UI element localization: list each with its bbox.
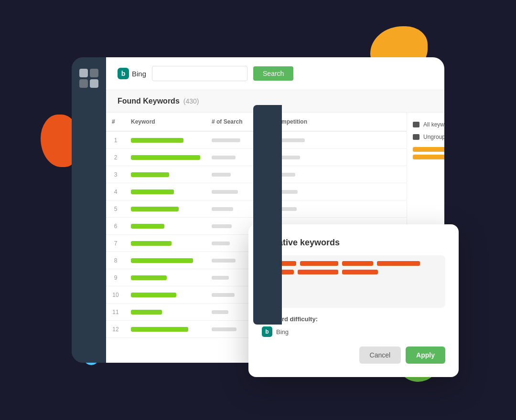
bing-logo: b Bing <box>118 68 146 79</box>
keyword-bar-cell <box>125 224 206 229</box>
modal-title: Negative keywords <box>262 238 445 248</box>
nk-row-1 <box>268 261 440 266</box>
keyword-bar-cell <box>125 207 206 211</box>
keyword-bar <box>131 207 179 211</box>
dark-connector <box>253 105 282 325</box>
search-bar <box>212 173 231 177</box>
keywords-title: Found Keywords <box>118 97 180 105</box>
col-extra <box>330 116 407 127</box>
row-num: 11 <box>106 309 125 315</box>
keyword-bar-cell <box>125 293 206 297</box>
nk-chip <box>298 270 338 274</box>
keyword-bar-cell <box>125 258 206 263</box>
row-num: 5 <box>106 206 125 212</box>
panel-item-ungrouped[interactable]: Ungrouped <box>413 131 444 143</box>
search-bar <box>212 259 236 262</box>
search-bar <box>212 242 230 245</box>
difficulty-label: Keyword difficulty: <box>262 315 445 323</box>
nk-row-2 <box>268 270 440 274</box>
row-num: 4 <box>106 189 125 195</box>
modal-bing-icon: b <box>262 326 272 337</box>
bing-icon: b <box>118 68 129 79</box>
logo-cell-4 <box>90 79 98 88</box>
header: b Bing Search <box>106 57 444 90</box>
cancel-button[interactable]: Cancel <box>359 346 401 364</box>
keyword-bar <box>131 293 176 297</box>
logo-cell-1 <box>79 69 88 77</box>
search-bar <box>212 327 236 331</box>
row-num: 10 <box>106 292 125 298</box>
keyword-bar-cell <box>125 310 206 315</box>
negative-keywords-area[interactable] <box>262 255 445 308</box>
difficulty-bing-row: b Bing <box>262 326 445 337</box>
row-num: 2 <box>106 154 125 161</box>
nk-chip <box>342 261 373 266</box>
logo-cell-3 <box>79 79 88 88</box>
search-input[interactable] <box>152 66 247 81</box>
col-num: # <box>106 116 125 127</box>
keyword-bar <box>131 138 183 143</box>
row-num: 6 <box>106 223 125 230</box>
search-bar <box>212 310 228 314</box>
search-bar <box>212 276 229 280</box>
logo-cell-2 <box>90 69 98 77</box>
search-button[interactable]: Search <box>253 66 293 81</box>
keyword-bar-cell <box>125 138 206 143</box>
row-num: 12 <box>106 326 125 333</box>
row-num: 7 <box>106 240 125 247</box>
folder-icon-ungrouped <box>413 134 419 140</box>
keyword-bar-cell <box>125 241 206 246</box>
nk-chip <box>377 261 420 266</box>
search-bar <box>212 190 238 194</box>
panel-label-all: All keywords <box>423 121 444 128</box>
keyword-bar <box>131 172 169 177</box>
search-bar <box>212 293 235 297</box>
modal-bing-label: Bing <box>276 328 289 336</box>
keyword-bar <box>131 310 162 315</box>
main-card: b Bing Search Found Keywords (430) # <box>72 57 444 363</box>
folder-icon-all <box>413 122 419 127</box>
orange-bar-2 <box>413 155 444 159</box>
search-bar <box>212 224 232 228</box>
apply-button[interactable]: Apply <box>406 346 445 364</box>
row-num: 3 <box>106 171 125 178</box>
search-bar <box>212 207 233 211</box>
row-num: 1 <box>106 137 125 144</box>
panel-item-all[interactable]: All keywords <box>413 118 444 131</box>
row-num: 9 <box>106 274 125 281</box>
keyword-bar <box>131 224 164 229</box>
keyword-bar <box>131 275 167 280</box>
keywords-count: (430) <box>183 97 199 105</box>
sidebar <box>72 57 106 363</box>
col-keyword: Keyword <box>125 116 206 127</box>
app-logo <box>79 69 98 88</box>
keyword-bar <box>131 241 172 246</box>
orange-bar-1 <box>413 147 444 152</box>
keyword-bar-cell <box>125 155 206 160</box>
modal-buttons: Cancel Apply <box>262 346 445 364</box>
keyword-bar <box>131 155 200 160</box>
keyword-bar <box>131 258 193 263</box>
keyword-bar-cell <box>125 327 206 332</box>
search-bar <box>212 156 236 159</box>
keyword-bar-cell <box>125 275 206 280</box>
nk-chip <box>342 270 378 274</box>
keyword-bar-cell <box>125 172 206 177</box>
keyword-difficulty-section: Keyword difficulty: b Bing <box>262 315 445 337</box>
keyword-bar <box>131 189 174 194</box>
row-num: 8 <box>106 257 125 264</box>
keyword-bar <box>131 327 188 332</box>
keyword-bar-cell <box>125 189 206 194</box>
bing-label: Bing <box>132 70 146 78</box>
search-bar <box>212 138 240 142</box>
nk-chip <box>300 261 338 266</box>
panel-label-ungrouped: Ungrouped <box>423 134 444 140</box>
